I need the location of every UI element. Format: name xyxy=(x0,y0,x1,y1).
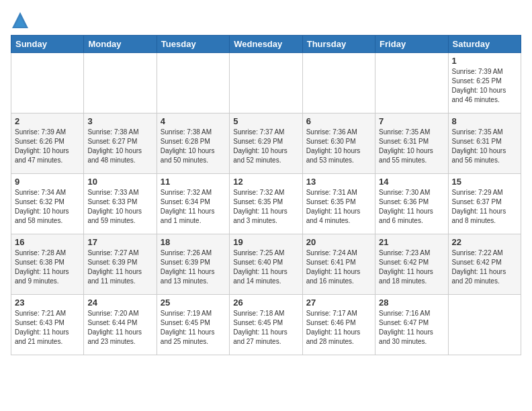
day-number: 4 xyxy=(161,116,226,126)
week-row-2: 9Sunrise: 7:34 AM Sunset: 6:32 PM Daylig… xyxy=(11,174,521,234)
day-cell: 26Sunrise: 7:18 AM Sunset: 6:45 PM Dayli… xyxy=(230,295,302,355)
day-info: Sunrise: 7:29 AM Sunset: 6:37 PM Dayligh… xyxy=(452,188,517,226)
day-number: 21 xyxy=(379,237,444,247)
day-cell: 20Sunrise: 7:24 AM Sunset: 6:41 PM Dayli… xyxy=(302,234,375,295)
day-info: Sunrise: 7:16 AM Sunset: 6:47 PM Dayligh… xyxy=(379,309,444,347)
day-number: 9 xyxy=(15,177,80,187)
day-cell: 17Sunrise: 7:27 AM Sunset: 6:39 PM Dayli… xyxy=(84,234,157,295)
day-number: 27 xyxy=(306,298,371,308)
logo-icon xyxy=(11,11,30,30)
day-info: Sunrise: 7:37 AM Sunset: 6:29 PM Dayligh… xyxy=(233,128,298,165)
day-info: Sunrise: 7:32 AM Sunset: 6:34 PM Dayligh… xyxy=(161,188,226,226)
day-number: 28 xyxy=(379,298,444,308)
day-number: 14 xyxy=(379,177,444,187)
day-info: Sunrise: 7:30 AM Sunset: 6:36 PM Dayligh… xyxy=(379,188,444,226)
day-cell: 10Sunrise: 7:33 AM Sunset: 6:33 PM Dayli… xyxy=(84,174,157,234)
day-info: Sunrise: 7:18 AM Sunset: 6:45 PM Dayligh… xyxy=(233,309,298,347)
weekday-header-saturday: Saturday xyxy=(448,36,521,53)
weekday-header-sunday: Sunday xyxy=(11,36,84,53)
week-row-3: 16Sunrise: 7:28 AM Sunset: 6:38 PM Dayli… xyxy=(11,234,521,295)
day-info: Sunrise: 7:28 AM Sunset: 6:38 PM Dayligh… xyxy=(15,248,80,286)
day-info: Sunrise: 7:17 AM Sunset: 6:46 PM Dayligh… xyxy=(306,309,371,347)
day-cell: 8Sunrise: 7:35 AM Sunset: 6:31 PM Daylig… xyxy=(448,113,521,174)
day-cell: 23Sunrise: 7:21 AM Sunset: 6:43 PM Dayli… xyxy=(11,295,84,355)
day-cell xyxy=(302,53,375,113)
logo xyxy=(11,11,32,30)
day-info: Sunrise: 7:22 AM Sunset: 6:42 PM Dayligh… xyxy=(452,248,517,286)
day-number: 12 xyxy=(233,177,298,187)
day-cell: 1Sunrise: 7:39 AM Sunset: 6:25 PM Daylig… xyxy=(448,53,521,113)
day-number: 17 xyxy=(87,237,152,247)
day-number: 8 xyxy=(452,116,517,126)
day-cell: 11Sunrise: 7:32 AM Sunset: 6:34 PM Dayli… xyxy=(157,174,229,234)
day-info: Sunrise: 7:25 AM Sunset: 6:40 PM Dayligh… xyxy=(233,248,298,286)
day-cell xyxy=(230,53,302,113)
day-info: Sunrise: 7:31 AM Sunset: 6:35 PM Dayligh… xyxy=(306,188,371,226)
day-number: 3 xyxy=(87,116,152,126)
day-number: 6 xyxy=(306,116,371,126)
day-number: 11 xyxy=(161,177,226,187)
day-number: 25 xyxy=(161,298,226,308)
day-cell: 7Sunrise: 7:35 AM Sunset: 6:31 PM Daylig… xyxy=(375,113,448,174)
weekday-header-tuesday: Tuesday xyxy=(157,36,229,53)
day-cell xyxy=(375,53,448,113)
day-number: 18 xyxy=(161,237,226,247)
day-cell xyxy=(84,53,157,113)
day-number: 16 xyxy=(15,237,80,247)
day-info: Sunrise: 7:24 AM Sunset: 6:41 PM Dayligh… xyxy=(306,248,371,286)
day-info: Sunrise: 7:33 AM Sunset: 6:33 PM Dayligh… xyxy=(87,188,152,226)
day-info: Sunrise: 7:39 AM Sunset: 6:26 PM Dayligh… xyxy=(15,128,80,165)
day-info: Sunrise: 7:19 AM Sunset: 6:45 PM Dayligh… xyxy=(161,309,226,347)
day-number: 26 xyxy=(233,298,298,308)
day-number: 15 xyxy=(452,177,517,187)
day-cell: 24Sunrise: 7:20 AM Sunset: 6:44 PM Dayli… xyxy=(84,295,157,355)
day-cell: 28Sunrise: 7:16 AM Sunset: 6:47 PM Dayli… xyxy=(375,295,448,355)
page-header xyxy=(11,11,521,30)
day-cell: 9Sunrise: 7:34 AM Sunset: 6:32 PM Daylig… xyxy=(11,174,84,234)
day-cell: 18Sunrise: 7:26 AM Sunset: 6:39 PM Dayli… xyxy=(157,234,229,295)
weekday-header-row: SundayMondayTuesdayWednesdayThursdayFrid… xyxy=(11,36,521,53)
day-cell: 16Sunrise: 7:28 AM Sunset: 6:38 PM Dayli… xyxy=(11,234,84,295)
day-number: 2 xyxy=(15,116,80,126)
weekday-header-thursday: Thursday xyxy=(302,36,375,53)
day-number: 23 xyxy=(15,298,80,308)
day-cell: 6Sunrise: 7:36 AM Sunset: 6:30 PM Daylig… xyxy=(302,113,375,174)
day-number: 22 xyxy=(452,237,517,247)
week-row-4: 23Sunrise: 7:21 AM Sunset: 6:43 PM Dayli… xyxy=(11,295,521,355)
day-info: Sunrise: 7:39 AM Sunset: 6:25 PM Dayligh… xyxy=(452,67,517,105)
day-cell: 13Sunrise: 7:31 AM Sunset: 6:35 PM Dayli… xyxy=(302,174,375,234)
day-cell: 14Sunrise: 7:30 AM Sunset: 6:36 PM Dayli… xyxy=(375,174,448,234)
day-number: 5 xyxy=(233,116,298,126)
day-number: 24 xyxy=(87,298,152,308)
weekday-header-wednesday: Wednesday xyxy=(230,36,302,53)
day-cell: 3Sunrise: 7:38 AM Sunset: 6:27 PM Daylig… xyxy=(84,113,157,174)
day-cell: 22Sunrise: 7:22 AM Sunset: 6:42 PM Dayli… xyxy=(448,234,521,295)
day-info: Sunrise: 7:34 AM Sunset: 6:32 PM Dayligh… xyxy=(15,188,80,226)
day-number: 10 xyxy=(87,177,152,187)
day-info: Sunrise: 7:32 AM Sunset: 6:35 PM Dayligh… xyxy=(233,188,298,226)
day-cell: 15Sunrise: 7:29 AM Sunset: 6:37 PM Dayli… xyxy=(448,174,521,234)
day-cell: 4Sunrise: 7:38 AM Sunset: 6:28 PM Daylig… xyxy=(157,113,229,174)
day-cell: 25Sunrise: 7:19 AM Sunset: 6:45 PM Dayli… xyxy=(157,295,229,355)
day-cell: 21Sunrise: 7:23 AM Sunset: 6:42 PM Dayli… xyxy=(375,234,448,295)
day-cell: 19Sunrise: 7:25 AM Sunset: 6:40 PM Dayli… xyxy=(230,234,302,295)
day-info: Sunrise: 7:38 AM Sunset: 6:28 PM Dayligh… xyxy=(161,128,226,165)
day-cell: 5Sunrise: 7:37 AM Sunset: 6:29 PM Daylig… xyxy=(230,113,302,174)
weekday-header-friday: Friday xyxy=(375,36,448,53)
week-row-0: 1Sunrise: 7:39 AM Sunset: 6:25 PM Daylig… xyxy=(11,53,521,113)
day-info: Sunrise: 7:35 AM Sunset: 6:31 PM Dayligh… xyxy=(452,128,517,165)
calendar-table: SundayMondayTuesdayWednesdayThursdayFrid… xyxy=(11,35,521,355)
day-info: Sunrise: 7:20 AM Sunset: 6:44 PM Dayligh… xyxy=(87,309,152,347)
day-info: Sunrise: 7:38 AM Sunset: 6:27 PM Dayligh… xyxy=(87,128,152,165)
day-cell xyxy=(157,53,229,113)
day-info: Sunrise: 7:23 AM Sunset: 6:42 PM Dayligh… xyxy=(379,248,444,286)
day-cell: 12Sunrise: 7:32 AM Sunset: 6:35 PM Dayli… xyxy=(230,174,302,234)
day-cell: 27Sunrise: 7:17 AM Sunset: 6:46 PM Dayli… xyxy=(302,295,375,355)
day-number: 20 xyxy=(306,237,371,247)
day-number: 1 xyxy=(452,56,517,66)
day-cell xyxy=(11,53,84,113)
day-info: Sunrise: 7:27 AM Sunset: 6:39 PM Dayligh… xyxy=(87,248,152,286)
day-number: 13 xyxy=(306,177,371,187)
weekday-header-monday: Monday xyxy=(84,36,157,53)
day-info: Sunrise: 7:35 AM Sunset: 6:31 PM Dayligh… xyxy=(379,128,444,165)
